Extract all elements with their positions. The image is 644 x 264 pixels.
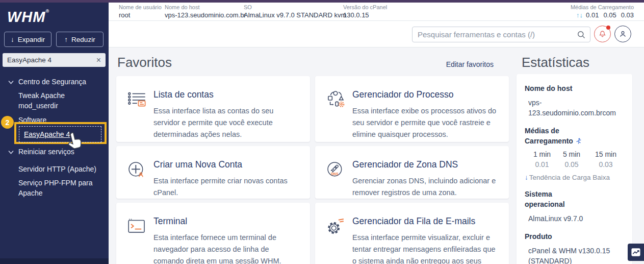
dns-zone-icon: DNS: [325, 159, 346, 199]
sidebar-item-php-fpm[interactable]: Serviço PHP-FPM para Apache: [18, 178, 100, 198]
notification-dot: [606, 26, 610, 30]
search-icon: [577, 30, 586, 41]
stat-hostname-value: vps-123.seudominio.com.brcom: [525, 98, 624, 118]
easyapache-focus-outline: EasyApache 4: [19, 126, 101, 142]
card-description: Essa interface lista as contas do seu se…: [153, 105, 301, 141]
edit-favorites-link[interactable]: Editar favoritos: [446, 60, 494, 68]
stat-hostname-label: Nome do host: [525, 83, 624, 93]
favorite-card-terminal[interactable]: Terminal Esta interface fornece um termi…: [116, 203, 310, 264]
favorite-card-list-accounts[interactable]: Lista de contas Essa interface lista as …: [116, 76, 310, 142]
sidebar-nav: Centro de Segurança Tweak Apache mod_use…: [0, 3, 109, 264]
sidebar-item-restart-services[interactable]: Reiniciar serviços: [8, 147, 74, 157]
account-button[interactable]: [614, 26, 631, 42]
sidebar-item-http-server[interactable]: Servidor HTTP (Apache): [18, 164, 96, 174]
card-title-link[interactable]: Lista de contas: [153, 89, 301, 100]
sidebar: WHM® ↓ Expandir ↑ Reduzir × Centro de Se…: [0, 3, 109, 264]
favorite-card-process-manager[interactable]: Gerenciador do Processo Essa interface e…: [315, 76, 509, 142]
hostname-field: Nome do host vps-123.seudominio.com.br: [165, 4, 246, 19]
card-title-link[interactable]: Terminal: [153, 216, 301, 227]
card-title-link[interactable]: Gerenciador de Zona DNS: [352, 159, 500, 170]
load-arrows-icon: ↑↓: [576, 11, 583, 19]
main-content: Favoritos Editar favoritos: [109, 47, 644, 264]
accounts-list-icon: [126, 89, 147, 142]
favorites-grid: Lista de contas Essa interface lista as …: [116, 76, 509, 264]
stat-product-label: Produto: [525, 231, 624, 242]
notifications-button[interactable]: [594, 26, 611, 42]
cpanel-version-field: Versão do cPanel 130.0.15: [343, 4, 387, 19]
user-icon: [619, 30, 627, 38]
server-info-bar: Nome de usuário root Nome do host vps-12…: [109, 3, 644, 21]
terminal-icon: [126, 215, 147, 264]
process-manager-icon: [325, 89, 346, 142]
trend-down-arrow-icon: ↓: [525, 174, 528, 181]
card-description: Essa interface permite visualizar, exclu…: [352, 232, 500, 264]
chevron-down-icon: [8, 77, 14, 87]
favorite-card-dns-zone[interactable]: DNS Gerenciador de Zona DNS Gerenciar zo…: [315, 146, 509, 199]
card-description: Esta interface fornece um terminal de na…: [153, 232, 301, 264]
stat-load-label: Médias de Carregamento: [525, 126, 602, 146]
stat-product-value: cPanel & WHM v130.0.15 (STANDARD): [525, 246, 624, 264]
mail-queue-icon: [325, 215, 346, 264]
runner-icon: [575, 137, 582, 145]
header: [109, 21, 644, 47]
card-title-link[interactable]: Gerenciador do Processo: [352, 89, 500, 100]
sidebar-footer: [0, 258, 109, 264]
search-input[interactable]: [413, 27, 590, 42]
card-description: Essa interface exibe os processos ativos…: [352, 105, 500, 141]
sidebar-item-tweak-apache[interactable]: Tweak Apache mod_userdir: [18, 90, 95, 111]
card-description: Gerenciar zonas DNS, incluindo adicionar…: [352, 175, 500, 199]
create-account-icon: [126, 159, 147, 199]
chevron-down-icon: [8, 147, 14, 157]
card-description: Esta interface permite criar novas conta…: [153, 175, 301, 199]
bell-icon: [598, 30, 607, 38]
easyapache-highlight-box: EasyApache 4: [14, 122, 107, 144]
card-title-link[interactable]: Criar uma Nova Conta: [153, 159, 301, 170]
statistics-card: Nome do host vps-123.seudominio.com.brco…: [517, 74, 632, 264]
load-averages-table: 1 min 5 min 15 min 0.01 0.05 0.03: [525, 150, 624, 169]
statistics-title: Estatísticas: [522, 55, 589, 70]
load-trend: ↓Tendência de Carga Baixa: [525, 174, 624, 181]
cursor-hand-icon: [65, 131, 83, 152]
svg-text:DNS: DNS: [331, 172, 339, 176]
favorite-card-mail-queue[interactable]: Gerenciador da Fila de E-mails Essa inte…: [315, 203, 509, 264]
sidebar-item-security-center[interactable]: Centro de Segurança: [8, 77, 86, 87]
chart-icon: [631, 248, 641, 257]
stat-os-value: AlmaLinux v9.7.0: [525, 213, 624, 224]
top-strip: [0, 0, 644, 3]
analytics-float-button[interactable]: [628, 244, 644, 261]
stat-os-label: Sistema operacional: [525, 189, 576, 209]
step-badge: 2: [1, 116, 14, 129]
card-title-link[interactable]: Gerenciador da Fila de E-mails: [352, 216, 500, 227]
global-search: [412, 27, 590, 42]
favorite-card-create-account[interactable]: Criar uma Nova Conta Esta interface perm…: [116, 146, 310, 199]
favorites-title: Favoritos: [117, 55, 172, 70]
username-field: Nome de usuário root: [119, 4, 162, 19]
os-field: SO AlmaLinux v9.7.0 STANDARD kvm: [244, 4, 346, 19]
load-averages-field: Médias de Carregamento ↑↓0.010.050.03: [571, 4, 634, 19]
